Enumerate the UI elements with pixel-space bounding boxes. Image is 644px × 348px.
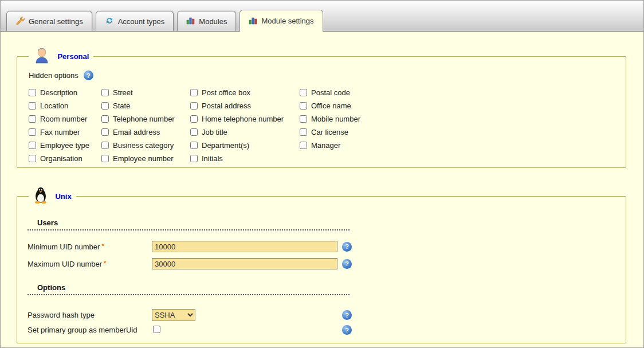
checkbox-label: Description	[40, 88, 77, 97]
hidden-option-employee-number[interactable]: Employee number	[101, 154, 190, 163]
hidden-option-postal-address[interactable]: Postal address	[190, 101, 300, 111]
modules-blocks-icon	[249, 16, 257, 26]
hidden-option-description[interactable]: Description	[29, 88, 101, 97]
hidden-option-departments[interactable]: Department(s)	[190, 140, 300, 150]
hidden-option-postal-code[interactable]: Postal code	[300, 88, 360, 97]
checkbox-input[interactable]	[190, 142, 198, 149]
checkbox-input[interactable]	[101, 142, 109, 149]
help-icon[interactable]: ?	[84, 71, 93, 80]
hidden-option-car-license[interactable]: Car license	[300, 127, 360, 137]
tab-account-types[interactable]: Account types	[96, 11, 174, 31]
tab-modules[interactable]: Modules	[177, 11, 236, 31]
tab-label: Modules	[199, 17, 227, 26]
hidden-option-mobile-number[interactable]: Mobile number	[300, 114, 360, 124]
hidden-options-label: Hidden options	[29, 71, 78, 80]
tab-module-settings[interactable]: Module settings	[239, 10, 323, 32]
hidden-option-room-number[interactable]: Room number	[29, 114, 101, 124]
tabbar: General settings Account types Modules M…	[1, 1, 643, 32]
help-icon[interactable]: ?	[342, 259, 352, 269]
checkbox-label: Email address	[113, 128, 160, 136]
checkbox-input[interactable]	[101, 115, 109, 123]
checkbox-label: Employee type	[40, 141, 89, 150]
checkbox-input[interactable]	[300, 102, 307, 110]
max-uid-input[interactable]	[152, 258, 337, 269]
tab-general-settings[interactable]: General settings	[6, 11, 92, 31]
hidden-option-organisation[interactable]: Organisation	[29, 154, 101, 163]
max-uid-control-cell	[152, 258, 342, 269]
password-hash-label: Password hash type	[28, 311, 95, 319]
hidden-option-location[interactable]: Location	[29, 101, 101, 111]
checkbox-input[interactable]	[190, 155, 198, 162]
checkbox-input[interactable]	[29, 102, 36, 110]
checkbox-input[interactable]	[300, 115, 307, 123]
checkbox-label: Postal code	[311, 88, 350, 97]
hidden-option-manager[interactable]: Manager	[300, 140, 360, 150]
hidden-option-office-name[interactable]: Office name	[300, 101, 360, 111]
hidden-option-state[interactable]: State	[101, 101, 190, 111]
checkbox-input[interactable]	[29, 155, 36, 162]
hidden-option-post-office-box[interactable]: Post office box	[190, 88, 300, 97]
hidden-option-business-category[interactable]: Business category	[101, 140, 190, 150]
member-uid-label: Set primary group as memberUid	[28, 326, 137, 334]
checkbox-label: Manager	[311, 141, 340, 150]
module-settings-page: General settings Account types Modules M…	[0, 0, 644, 348]
tab-label: General settings	[29, 17, 83, 26]
checkbox-input[interactable]	[101, 155, 109, 162]
password-hash-select[interactable]: SSHA	[152, 309, 195, 321]
max-uid-label: Maximum UID number	[28, 260, 102, 268]
checkbox-input[interactable]	[300, 142, 307, 149]
checkbox-input[interactable]	[300, 89, 307, 96]
hidden-option-email-address[interactable]: Email address	[101, 127, 190, 137]
member-uid-checkbox[interactable]	[153, 326, 160, 333]
personal-legend-label: Personal	[57, 52, 89, 61]
hidden-option-home-telephone-number[interactable]: Home telephone number	[190, 114, 300, 124]
min-uid-label: Minimum UID number	[28, 243, 100, 251]
content-area: Personal Hidden options ? Description Lo…	[1, 32, 643, 343]
checkbox-label: Organisation	[40, 154, 83, 163]
hidden-option-fax-number[interactable]: Fax number	[29, 127, 101, 137]
min-uid-input[interactable]	[152, 241, 337, 252]
checkbox-input[interactable]	[300, 128, 307, 136]
checkbox-input[interactable]	[29, 115, 36, 123]
checkbox-label: Initials	[202, 154, 223, 163]
member-uid-control-cell	[152, 326, 342, 335]
checkbox-input[interactable]	[29, 89, 36, 96]
checkbox-label: Location	[40, 101, 68, 110]
hidden-option-employee-type[interactable]: Employee type	[29, 140, 101, 150]
checkbox-input[interactable]	[29, 128, 36, 136]
help-icon[interactable]: ?	[342, 325, 352, 335]
checkbox-input[interactable]	[101, 102, 109, 110]
unix-module-section: Unix Users Minimum UID number* ? Maximum…	[17, 186, 626, 343]
personal-module-section: Personal Hidden options ? Description Lo…	[17, 46, 626, 168]
password-hash-row: Password hash type SSHA ?	[28, 309, 615, 321]
checkbox-input[interactable]	[190, 89, 198, 96]
checkbox-label: State	[113, 101, 130, 110]
hidden-options-row: Hidden options ?	[29, 71, 615, 80]
checkbox-input[interactable]	[190, 102, 198, 110]
min-uid-control-cell	[152, 241, 342, 252]
checkbox-input[interactable]	[29, 142, 36, 149]
options-section-header: Options	[28, 283, 350, 295]
checkbox-input[interactable]	[101, 89, 109, 96]
hidden-option-street[interactable]: Street	[101, 88, 190, 97]
checkbox-column: Postal code Office name Mobile number Ca…	[300, 88, 360, 163]
checkbox-label: Department(s)	[202, 141, 249, 150]
member-uid-row: Set primary group as memberUid ?	[28, 325, 615, 335]
checkbox-label: Employee number	[113, 154, 174, 163]
hidden-option-telephone-number[interactable]: Telephone number	[101, 114, 190, 124]
hidden-option-job-title[interactable]: Job title	[190, 127, 300, 137]
help-icon[interactable]: ?	[342, 242, 352, 252]
tab-label: Account types	[118, 17, 165, 26]
hidden-option-initials[interactable]: Initials	[190, 154, 300, 163]
checkbox-input[interactable]	[101, 128, 109, 136]
checkbox-input[interactable]	[190, 115, 198, 123]
help-icon[interactable]: ?	[342, 310, 352, 320]
tab-label: Module settings	[261, 17, 313, 25]
modules-blocks-icon	[186, 16, 195, 26]
checkbox-label: Room number	[40, 115, 87, 123]
required-marker: *	[101, 243, 104, 249]
person-icon	[33, 46, 50, 66]
checkbox-label: Post office box	[202, 88, 250, 97]
checkbox-input[interactable]	[190, 128, 198, 136]
checkbox-label: Telephone number	[113, 115, 175, 123]
